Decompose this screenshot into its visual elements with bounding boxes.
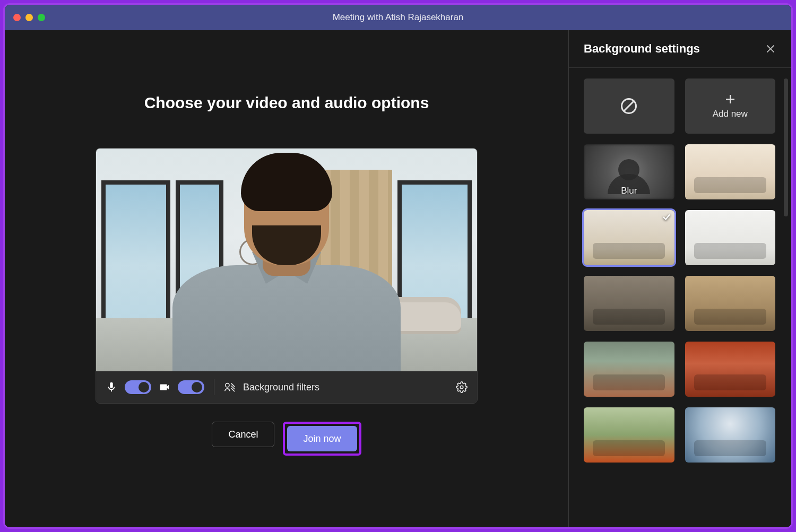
person-head [244,159,329,265]
microphone-toggle[interactable] [125,380,151,394]
close-panel-icon[interactable] [765,43,776,55]
thumb-decor [593,374,665,390]
scrollbar[interactable] [784,79,788,216]
background-grid-wrap: Add new Blur [569,68,791,527]
window-maximize-button[interactable] [38,14,45,21]
thumb-decor [593,440,665,456]
toggle-knob [192,382,202,393]
background-image-tile[interactable] [685,342,776,397]
main-pane: Choose your video and audio options [5,30,568,527]
page-heading: Choose your video and audio options [144,94,429,112]
toggle-knob [139,382,149,393]
thumb-decor [593,309,665,325]
background-add-new-tile[interactable]: Add new [685,79,776,134]
content-area: Choose your video and audio options [5,30,791,527]
person-torso [172,265,401,371]
camera-icon [159,381,170,393]
background-grid: Add new Blur [584,79,784,463]
thumb-decor [694,177,766,193]
join-now-button[interactable]: Join now [287,426,357,451]
background-image-tile[interactable] [685,144,776,199]
background-filters-button[interactable]: Background filters [243,382,319,393]
thumb-decor [593,243,665,259]
check-icon [662,212,671,222]
window-controls [13,14,45,21]
join-now-highlight: Join now [283,422,361,456]
divider [214,379,214,395]
background-filters-icon [224,381,236,393]
microphone-icon [106,381,117,393]
thumb-decor [694,243,766,259]
add-new-label: Add new [713,109,748,119]
background-image-tile[interactable] [584,342,674,397]
bg-window-pane [101,180,170,324]
window-close-button[interactable] [13,14,21,21]
person-hair [241,153,332,211]
person-beard [252,225,321,265]
video-preview [96,149,477,371]
background-image-tile[interactable] [584,276,674,331]
gear-icon[interactable] [456,381,468,393]
video-box: Background filters [96,148,478,404]
self-video-person [172,180,401,371]
thumb-decor [694,440,766,456]
action-buttons: Cancel Join now [212,422,361,456]
window-title: Meeting with Atish Rajasekharan [333,12,464,23]
titlebar: Meeting with Atish Rajasekharan [5,5,791,30]
background-image-tile[interactable] [685,276,776,331]
video-controls-bar: Background filters [96,371,477,403]
background-none-tile[interactable] [584,79,674,134]
svg-line-8 [624,101,634,111]
thumb-decor [694,374,766,390]
none-icon [619,97,638,116]
background-image-tile-selected[interactable] [584,210,674,265]
background-image-tile[interactable] [584,407,674,463]
camera-toggle[interactable] [178,380,204,394]
panel-title: Background settings [584,42,700,56]
background-image-tile[interactable] [685,210,776,265]
blur-caption: Blur [584,186,674,196]
background-settings-panel: Background settings [568,30,791,527]
panel-header: Background settings [569,30,791,68]
window-minimize-button[interactable] [25,14,33,21]
svg-point-4 [460,386,463,389]
plus-icon [724,93,737,106]
app-window: Meeting with Atish Rajasekharan Choose y… [3,3,793,529]
thumb-decor [694,309,766,325]
cancel-button[interactable]: Cancel [212,422,274,447]
background-blur-tile[interactable]: Blur [584,144,674,199]
svg-point-0 [226,383,229,387]
background-image-tile[interactable] [685,407,776,463]
